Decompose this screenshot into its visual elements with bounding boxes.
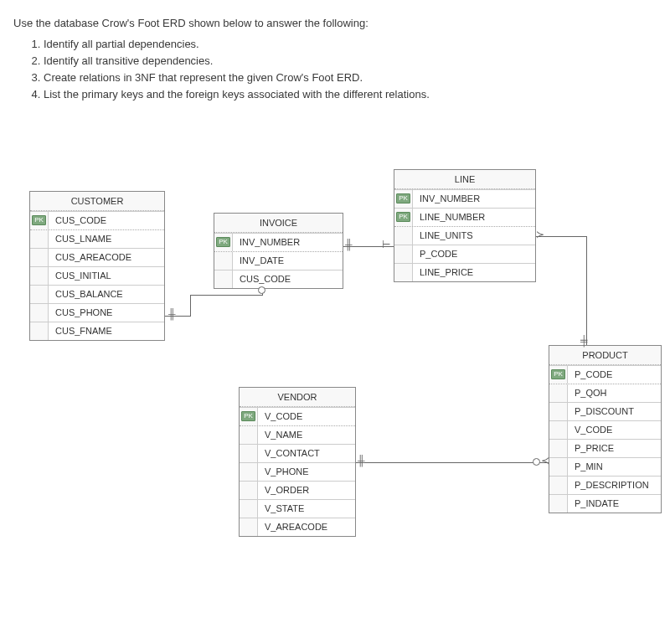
- attr-row: P_DISCOUNT: [549, 402, 661, 420]
- attr-row: V_CODE: [549, 420, 661, 439]
- crowfoot-icon: ╫: [358, 456, 365, 466]
- erd-canvas: CUSTOMER PK CUS_CODE CUS_LNAME CUS_AREAC…: [0, 119, 670, 588]
- attr-name: P_PRICE: [568, 440, 661, 456]
- attr-name: LINE_UNITS: [413, 227, 535, 244]
- pk-cell: [549, 495, 568, 513]
- cardinality-ring-icon: [533, 458, 540, 466]
- pk-cell: [549, 384, 568, 402]
- entity-line: LINE PK INV_NUMBER PK LINE_NUMBER LINE_U…: [394, 169, 536, 282]
- attr-row: PK P_CODE: [549, 365, 661, 384]
- pk-cell: [394, 245, 413, 263]
- attr-row: P_CODE: [394, 245, 535, 263]
- pk-cell: [30, 286, 49, 303]
- pk-icon: PK: [551, 369, 565, 379]
- attr-row: PK LINE_NUMBER: [394, 208, 535, 226]
- pk-cell: [240, 463, 258, 481]
- attr-row: V_PHONE: [240, 462, 355, 481]
- pk-cell: [549, 477, 568, 494]
- crowfoot-icon: ≺: [541, 456, 549, 466]
- attr-name: P_QOH: [568, 384, 661, 401]
- entity-customer: CUSTOMER PK CUS_CODE CUS_LNAME CUS_AREAC…: [29, 191, 165, 341]
- entity-title: PRODUCT: [549, 346, 661, 365]
- pk-cell: [30, 322, 49, 340]
- pk-cell: [394, 264, 413, 281]
- pk-cell: [240, 426, 258, 444]
- prompt-title: Use the database Crow's Foot ERD shown b…: [13, 17, 657, 29]
- pk-cell: PK: [549, 366, 568, 384]
- prompt-item: Create relations in 3NF that represent t…: [44, 70, 657, 86]
- attr-name: V_ORDER: [258, 482, 355, 498]
- entity-vendor: VENDOR PK V_CODE V_NAME V_CONTACT V_PHON…: [239, 387, 356, 537]
- attr-name: P_INDATE: [568, 495, 661, 512]
- attr-name: LINE_NUMBER: [413, 209, 535, 225]
- attr-row: PK V_CODE: [240, 407, 355, 425]
- pk-icon: PK: [32, 215, 46, 225]
- prompt-item: Identify all transitive dependencies.: [44, 53, 657, 70]
- attr-row: V_CONTACT: [240, 444, 355, 462]
- cardinality-ring-icon: [258, 286, 265, 294]
- attr-row: P_PRICE: [549, 439, 661, 457]
- attr-name: CUS_FNAME: [49, 322, 164, 339]
- pk-cell: PK: [240, 408, 258, 425]
- pk-cell: [240, 482, 258, 499]
- crowfoot-icon: ╫: [345, 240, 353, 250]
- attr-name: LINE_PRICE: [413, 264, 535, 281]
- attr-row: CUS_CODE: [214, 270, 343, 288]
- pk-cell: [30, 267, 49, 285]
- pk-cell: [30, 249, 49, 266]
- rel-line-product: [586, 236, 587, 345]
- attr-name: P_DISCOUNT: [568, 403, 661, 420]
- crowfoot-icon: ≻: [536, 229, 544, 240]
- rel-customer-invoice: [190, 295, 262, 296]
- crowfoot-icon: ⊢: [382, 240, 390, 250]
- attr-name: CUS_CODE: [49, 212, 164, 229]
- attr-name: CUS_LNAME: [49, 230, 164, 247]
- attr-row: CUS_AREACODE: [30, 248, 164, 266]
- attr-row: LINE_UNITS: [394, 226, 535, 245]
- pk-cell: PK: [30, 212, 49, 229]
- attr-row: CUS_LNAME: [30, 229, 164, 248]
- pk-cell: PK: [394, 190, 413, 208]
- pk-cell: PK: [214, 234, 233, 251]
- attr-row: V_NAME: [240, 425, 355, 444]
- prompt-list: Identify all partial dependencies. Ident…: [13, 36, 657, 104]
- pk-cell: [30, 304, 49, 322]
- pk-cell: [240, 445, 258, 462]
- attr-name: P_CODE: [413, 245, 535, 262]
- attr-row: CUS_PHONE: [30, 303, 164, 322]
- attr-name: CUS_PHONE: [49, 304, 164, 321]
- entity-title: CUSTOMER: [30, 192, 164, 211]
- pk-icon: PK: [396, 212, 410, 222]
- pk-cell: [549, 458, 568, 476]
- pk-icon: PK: [216, 237, 230, 247]
- entity-title: INVOICE: [214, 214, 343, 233]
- attr-name: V_STATE: [258, 500, 355, 517]
- attr-row: PK INV_NUMBER: [214, 233, 343, 251]
- attr-name: V_CODE: [258, 408, 355, 425]
- attr-row: V_AREACODE: [240, 518, 355, 536]
- attr-name: CUS_BALANCE: [49, 286, 164, 302]
- attr-name: P_CODE: [568, 366, 661, 383]
- pk-cell: [214, 252, 233, 270]
- pk-cell: [549, 403, 568, 420]
- attr-name: CUS_INITIAL: [49, 267, 164, 284]
- attr-row: PK INV_NUMBER: [394, 189, 535, 208]
- attr-row: CUS_FNAME: [30, 322, 164, 340]
- attr-name: V_PHONE: [258, 463, 355, 480]
- attr-row: P_QOH: [549, 384, 661, 402]
- attr-name: V_CONTACT: [258, 445, 355, 461]
- attr-name: INV_NUMBER: [233, 234, 343, 250]
- attr-name: CUS_AREACODE: [49, 249, 164, 265]
- rel-customer-invoice: [190, 295, 191, 317]
- attr-name: P_MIN: [568, 458, 661, 475]
- attr-name: CUS_CODE: [233, 270, 343, 287]
- entity-invoice: INVOICE PK INV_NUMBER INV_DATE CUS_CODE: [214, 213, 343, 289]
- attr-name: V_AREACODE: [258, 518, 355, 535]
- pk-cell: PK: [394, 209, 413, 226]
- attr-row: INV_DATE: [214, 251, 343, 270]
- attr-row: P_DESCRIPTION: [549, 476, 661, 494]
- attr-name: P_DESCRIPTION: [568, 477, 661, 493]
- attr-row: P_INDATE: [549, 494, 661, 513]
- attr-row: PK CUS_CODE: [30, 211, 164, 229]
- pk-cell: [240, 518, 258, 536]
